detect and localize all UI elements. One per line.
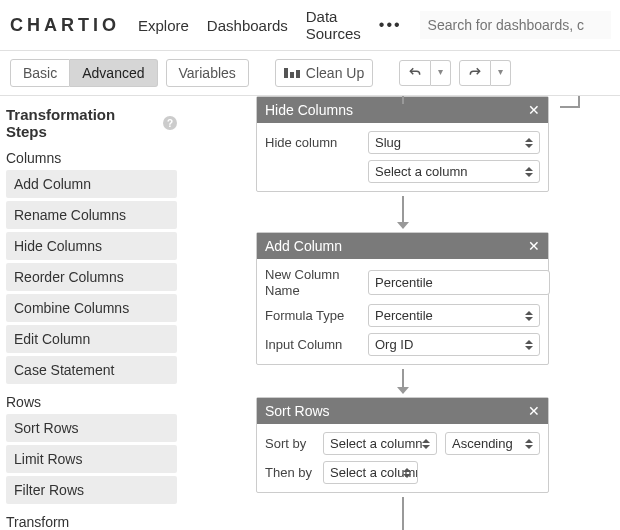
sidebar-title: Transformation Steps ? — [6, 106, 177, 140]
flow-arrow — [402, 196, 404, 228]
undo-group: ▾ — [399, 60, 451, 86]
sort-by-label: Sort by — [265, 436, 315, 452]
undo-icon — [408, 66, 422, 80]
tab-basic[interactable]: Basic — [10, 59, 70, 87]
variables-button[interactable]: Variables — [166, 59, 249, 87]
top-bar: CHARTIO Explore Dashboards Data Sources … — [0, 0, 620, 51]
nav-data-sources[interactable]: Data Sources — [306, 8, 361, 42]
cleanup-button[interactable]: Clean Up — [275, 59, 373, 87]
hide-column-select-2[interactable]: Select a column — [368, 160, 540, 183]
sidebar-item-add-column[interactable]: Add Column — [6, 170, 177, 198]
flow-arrow — [402, 369, 404, 393]
sidebar-item-filter-rows[interactable]: Filter Rows — [6, 476, 177, 504]
sort-by-column-select[interactable]: Select a column — [323, 432, 437, 455]
card-title: Add Column — [265, 238, 342, 254]
card-header-add[interactable]: Add Column ✕ — [257, 233, 548, 259]
close-icon[interactable]: ✕ — [528, 403, 540, 419]
search-input[interactable] — [420, 11, 611, 39]
card-add-column[interactable]: Add Column ✕ New Column Name Formula Typ… — [256, 232, 549, 365]
then-by-column-select[interactable]: Select a column — [323, 461, 418, 484]
sidebar-item-case-statement[interactable]: Case Statement — [6, 356, 177, 384]
new-column-name-label: New Column Name — [265, 267, 360, 298]
close-icon[interactable]: ✕ — [528, 102, 540, 118]
undo-button[interactable] — [399, 60, 431, 86]
connector-line — [402, 96, 404, 104]
input-column-label: Input Column — [265, 337, 360, 353]
input-column-select[interactable]: Org ID — [368, 333, 540, 356]
formula-type-label: Formula Type — [265, 308, 360, 324]
new-column-name-input[interactable] — [368, 270, 550, 295]
undo-caret[interactable]: ▾ — [431, 60, 451, 86]
sidebar-title-text: Transformation Steps — [6, 106, 157, 140]
hide-column-label: Hide column — [265, 135, 360, 151]
sidebar-item-hide-columns[interactable]: Hide Columns — [6, 232, 177, 260]
group-transform: Transform — [6, 514, 177, 530]
redo-button[interactable] — [459, 60, 491, 86]
pipeline-canvas[interactable]: Hide Columns ✕ Hide column Slug Select a… — [185, 96, 620, 530]
logo: CHARTIO — [10, 15, 120, 36]
close-icon[interactable]: ✕ — [528, 238, 540, 254]
hide-column-select-1[interactable]: Slug — [368, 131, 540, 154]
group-rows: Rows — [6, 394, 177, 410]
group-columns: Columns — [6, 150, 177, 166]
nav-explore[interactable]: Explore — [138, 17, 189, 34]
help-icon[interactable]: ? — [163, 116, 177, 130]
redo-group: ▾ — [459, 60, 511, 86]
sidebar-item-limit-rows[interactable]: Limit Rows — [6, 445, 177, 473]
redo-icon — [468, 66, 482, 80]
cleanup-label: Clean Up — [306, 65, 364, 81]
redo-caret[interactable]: ▾ — [491, 60, 511, 86]
nav-dashboards[interactable]: Dashboards — [207, 17, 288, 34]
tab-advanced[interactable]: Advanced — [70, 59, 157, 87]
card-sort-rows[interactable]: Sort Rows ✕ Sort by Select a column Asce… — [256, 397, 549, 493]
sort-direction-select[interactable]: Ascending — [445, 432, 540, 455]
sidebar-item-edit-column[interactable]: Edit Column — [6, 325, 177, 353]
flow-arrow — [402, 497, 404, 530]
card-header-sort[interactable]: Sort Rows ✕ — [257, 398, 548, 424]
card-title: Sort Rows — [265, 403, 330, 419]
sidebar-item-reorder-columns[interactable]: Reorder Columns — [6, 263, 177, 291]
sidebar-item-sort-rows[interactable]: Sort Rows — [6, 414, 177, 442]
more-icon[interactable]: ••• — [379, 16, 402, 34]
card-title: Hide Columns — [265, 102, 353, 118]
formula-type-select[interactable]: Percentile — [368, 304, 540, 327]
card-hide-columns[interactable]: Hide Columns ✕ Hide column Slug Select a… — [256, 96, 549, 192]
sidebar-item-combine-columns[interactable]: Combine Columns — [6, 294, 177, 322]
cleanup-icon — [284, 68, 300, 78]
toolbar: Basic Advanced Variables Clean Up ▾ ▾ — [0, 51, 620, 96]
sidebar-item-rename-columns[interactable]: Rename Columns — [6, 201, 177, 229]
connector-branch — [560, 96, 580, 108]
sidebar: Transformation Steps ? Columns Add Colum… — [0, 96, 185, 530]
mode-tabs: Basic Advanced — [10, 59, 158, 87]
then-by-label: Then by — [265, 465, 315, 481]
